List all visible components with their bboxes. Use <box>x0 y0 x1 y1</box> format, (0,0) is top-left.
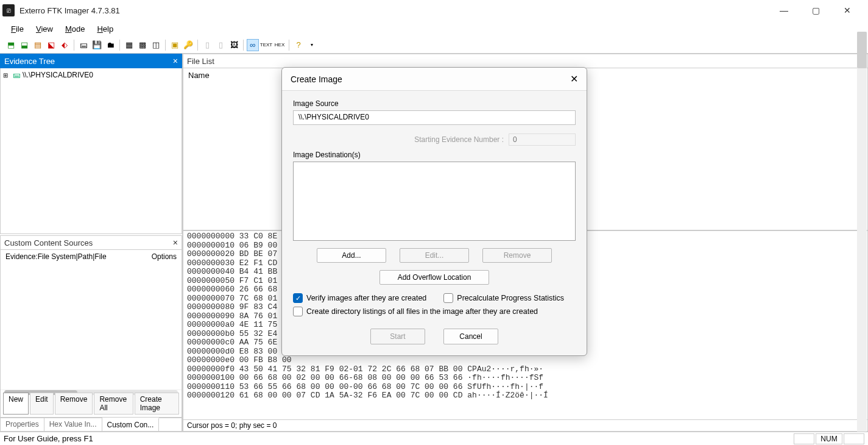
precalc-label: Precalculate Progress Statistics <box>457 294 564 302</box>
tab-custom[interactable]: Custom Con... <box>102 418 160 431</box>
status-cell <box>794 433 814 444</box>
statusbar: For User Guide, press F1 NUM <box>0 432 868 445</box>
tool-detect-icon[interactable]: ◫ <box>150 39 162 51</box>
status-num: NUM <box>816 433 842 444</box>
minimize-button[interactable]: — <box>775 4 792 16</box>
create-image-button[interactable]: Create Image <box>135 393 179 415</box>
status-text: For User Guide, press F1 <box>4 434 93 443</box>
menu-mode[interactable]: Mode <box>60 23 90 35</box>
toolbar-separator <box>74 40 74 51</box>
new-button[interactable]: New <box>3 393 29 415</box>
toolbar-separator <box>119 40 120 51</box>
tool-folder-icon[interactable]: 🖿 <box>104 39 116 51</box>
checkbox-checked-icon: ✓ <box>293 293 303 303</box>
toolbar-separator <box>289 40 289 51</box>
tree-node-physicaldrive0[interactable]: ⊞ 🖴 \\.\PHYSICALDRIVE0 <box>3 71 179 79</box>
bottom-tabs: Properties Hex Value In... Custom Con... <box>0 418 182 432</box>
app-title: Exterro FTK Imager 4.7.3.81 <box>19 6 120 15</box>
hex-status: Cursor pos = 0; phy sec = 0 <box>183 420 868 432</box>
toolbar-separator <box>243 40 244 51</box>
evidence-tree-body[interactable]: ⊞ 🖴 \\.\PHYSICALDRIVE0 <box>0 68 182 234</box>
image-source-field: \\.\PHYSICALDRIVE0 <box>293 110 576 125</box>
checkbox-icon <box>443 293 453 303</box>
tool-create-image-icon[interactable]: 🖴 <box>77 39 90 51</box>
image-destination-label: Image Destination(s) <box>293 151 576 159</box>
menu-help[interactable]: Help <box>92 23 118 35</box>
starting-evidence-input <box>509 134 576 146</box>
edit-button: Edit... <box>400 248 469 263</box>
remove-button: Remove <box>482 248 552 263</box>
verify-label: Verify images after they are created <box>306 294 426 302</box>
toolbar-separator <box>165 40 166 51</box>
toolbar: ⬒ ⬓ ▤ ⬕ ⬖ 🖴 💾 🖿 ▦ ▩ ◫ ▣ 🔑 ▯ ▯ 🖼 ∞ TEXT H… <box>0 37 868 54</box>
cc-col-evidence: Evidence:File System|Path|File <box>5 252 152 261</box>
evidence-tree-header[interactable]: Evidence Tree × <box>0 54 182 68</box>
menubar: File View Mode Help <box>0 21 868 37</box>
dialog-close-icon[interactable]: ✕ <box>570 73 578 85</box>
drive-icon: 🖴 <box>13 71 20 79</box>
remove-button[interactable]: Remove <box>55 393 93 415</box>
tab-hex[interactable]: Hex Value In... <box>44 418 102 431</box>
tool-obtain-icon[interactable]: ▩ <box>136 39 149 51</box>
tool-capture-memory-icon[interactable]: ▦ <box>123 39 135 51</box>
tool-add-all-icon[interactable]: ⬓ <box>18 39 30 51</box>
custom-content-header[interactable]: Custom Content Sources × <box>0 235 182 250</box>
tool-hex-icon[interactable]: HEX <box>273 39 286 51</box>
tab-properties[interactable]: Properties <box>1 418 44 431</box>
edit-button[interactable]: Edit <box>30 393 54 415</box>
tool-help-icon[interactable]: ? <box>292 39 305 51</box>
tool-doc-icon[interactable]: ▯ <box>201 39 213 51</box>
vertical-scrollbar[interactable] <box>857 54 867 432</box>
checkbox-icon <box>293 307 303 316</box>
add-overflow-button[interactable]: Add Overflow Location <box>379 270 489 285</box>
tool-remove-all-icon[interactable]: ⬖ <box>58 39 71 51</box>
tool-pic-icon[interactable]: 🖼 <box>228 39 240 51</box>
starting-evidence-label: Starting Evidence Number : <box>414 135 504 144</box>
start-button: Start <box>370 329 425 344</box>
tool-text-icon[interactable]: TEXT <box>260 39 272 51</box>
toolbar-separator <box>197 40 198 51</box>
menu-view[interactable]: View <box>31 23 58 35</box>
tool-mount-icon[interactable]: ▣ <box>169 39 181 51</box>
cc-col-options: Options <box>152 252 177 261</box>
add-button[interactable]: Add... <box>317 248 386 263</box>
close-icon[interactable]: × <box>173 56 178 66</box>
dirlist-checkbox[interactable]: Create directory listings of all files i… <box>293 307 538 316</box>
tree-node-label: \\.\PHYSICALDRIVE0 <box>23 71 93 79</box>
tool-image-mount-icon[interactable]: ▤ <box>32 39 44 51</box>
dialog-title: Create Image <box>291 74 342 84</box>
maximize-button[interactable]: ▢ <box>807 4 824 16</box>
precalc-checkbox[interactable]: Precalculate Progress Statistics <box>443 293 564 303</box>
tool-link-icon[interactable]: ∞ <box>247 39 259 51</box>
dirlist-label: Create directory listings of all files i… <box>306 307 538 316</box>
titlebar: ⎚ Exterro FTK Imager 4.7.3.81 — ▢ ✕ <box>0 0 868 21</box>
tool-dropdown-icon[interactable]: ▾ <box>306 39 318 51</box>
expand-icon[interactable]: ⊞ <box>3 72 10 79</box>
cancel-button[interactable]: Cancel <box>443 329 498 344</box>
tool-add-evidence-icon[interactable]: ⬒ <box>5 39 17 51</box>
custom-content-body: Evidence:File System|Path|File Options N… <box>0 250 182 418</box>
close-icon[interactable]: × <box>173 238 178 247</box>
tool-key-icon[interactable]: 🔑 <box>182 39 194 51</box>
image-source-label: Image Source <box>293 99 576 108</box>
file-list-title: File List <box>187 57 214 66</box>
remove-all-button[interactable]: Remove All <box>94 393 133 415</box>
evidence-tree-title: Evidence Tree <box>4 57 55 66</box>
status-cell <box>844 433 864 444</box>
app-icon: ⎚ <box>2 4 15 16</box>
file-list-header[interactable]: File List × <box>183 54 868 68</box>
close-button[interactable]: ✕ <box>839 4 856 16</box>
image-destination-list[interactable] <box>293 162 576 241</box>
tool-export-icon[interactable]: 💾 <box>91 39 103 51</box>
create-image-dialog: Create Image ✕ Image Source \\.\PHYSICAL… <box>281 67 587 356</box>
menu-file[interactable]: File <box>6 23 29 35</box>
tool-remove-icon[interactable]: ⬕ <box>45 39 57 51</box>
verify-checkbox[interactable]: ✓ Verify images after they are created <box>293 293 426 303</box>
tool-doc2-icon[interactable]: ▯ <box>214 39 227 51</box>
custom-content-title: Custom Content Sources <box>4 238 93 247</box>
